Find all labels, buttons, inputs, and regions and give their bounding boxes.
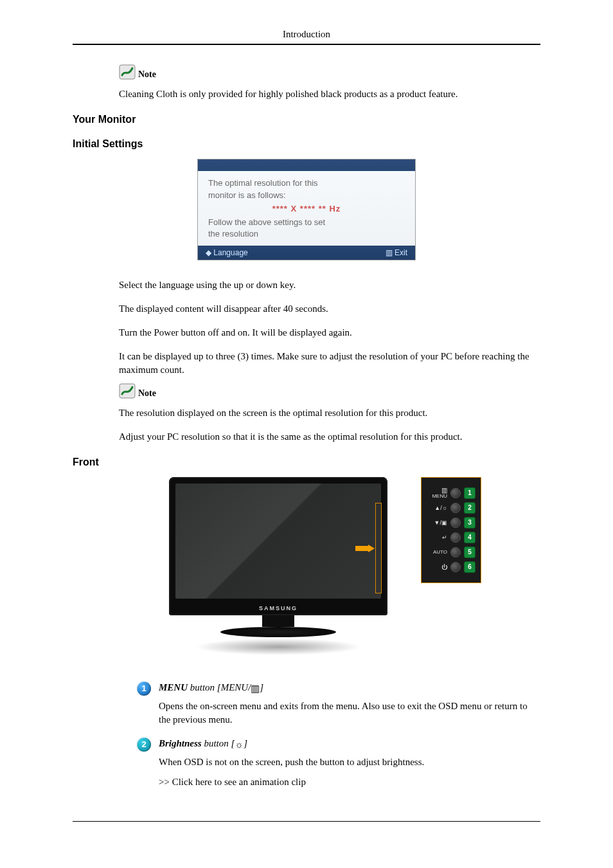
note-block-1: Note Cleaning Cloth is only provided for… bbox=[119, 64, 540, 101]
brightness-glyph-icon: ☼ bbox=[235, 739, 244, 750]
animation-clip-link[interactable]: >> Click here to see an animation clip bbox=[159, 775, 540, 789]
panel-label: ↵ bbox=[427, 535, 447, 541]
svg-marker-2 bbox=[355, 545, 375, 552]
document-page: Introduction Note Cleaning Cloth is only… bbox=[0, 0, 613, 854]
osd-exit-icon: ▥ bbox=[386, 248, 393, 257]
menu-glyph-icon: ▥ bbox=[251, 683, 260, 694]
paragraph: The displayed content will disappear aft… bbox=[119, 302, 540, 316]
list-item: 1 MENU button [MENU/▥] Opens the on-scre… bbox=[137, 681, 540, 733]
list-item-title: Brightness button [☼] bbox=[159, 738, 540, 750]
osd-titlebar bbox=[198, 159, 415, 171]
list-item-desc: Opens the on-screen menu and exits from … bbox=[159, 700, 540, 727]
panel-button bbox=[450, 562, 461, 572]
header-rule bbox=[73, 44, 540, 45]
panel-number-badge: 5 bbox=[464, 547, 475, 558]
list-item-title: MENU button [MENU/▥] bbox=[159, 682, 540, 694]
monitor-button-panel: ▥ MENU 1 ▲/☼ 2 ▼/▣ 3 ↵ 4 bbox=[421, 477, 481, 583]
osd-popup-figure: The optimal resolution for this monitor … bbox=[197, 159, 416, 260]
monitor-button-strip-highlight bbox=[375, 503, 382, 593]
panel-row-menu: ▥ MENU 1 bbox=[427, 487, 475, 499]
panel-row-power: ⏻ 6 bbox=[427, 561, 475, 573]
heading-initial-settings: Initial Settings bbox=[73, 138, 540, 150]
heading-your-monitor: Your Monitor bbox=[73, 114, 540, 125]
panel-number-badge: 2 bbox=[464, 502, 475, 514]
panel-number-badge: 4 bbox=[464, 532, 475, 543]
osd-resolution-placeholder: **** X **** ** Hz bbox=[208, 203, 405, 215]
front-button-list: 1 MENU button [MENU/▥] Opens the on-scre… bbox=[137, 681, 540, 795]
panel-label: AUTO bbox=[427, 550, 447, 555]
osd-line: The optimal resolution for this bbox=[208, 177, 405, 190]
heading-front: Front bbox=[73, 457, 540, 468]
osd-footer-language: ◆ Language bbox=[206, 248, 248, 257]
note-1-text: Cleaning Cloth is only provided for high… bbox=[119, 87, 540, 101]
panel-row-auto: AUTO 5 bbox=[427, 547, 475, 558]
panel-button bbox=[450, 503, 461, 513]
panel-label: ▼/▣ bbox=[427, 520, 447, 526]
panel-number-badge: 3 bbox=[464, 517, 475, 529]
paragraph: It can be displayed up to three (3) time… bbox=[119, 350, 540, 377]
panel-row-enter: ↵ 4 bbox=[427, 532, 475, 543]
note-icon bbox=[119, 383, 136, 399]
footer-rule bbox=[73, 821, 540, 822]
panel-button bbox=[450, 518, 461, 528]
note-label: Note bbox=[138, 388, 156, 399]
monitor-base bbox=[220, 627, 336, 637]
panel-label: ▥ MENU bbox=[427, 487, 447, 499]
list-number-badge: 2 bbox=[137, 737, 151, 752]
osd-footer-exit: ▥ Exit bbox=[386, 248, 407, 257]
monitor-bezel: SAMSUNG bbox=[169, 477, 387, 615]
panel-row-down: ▼/▣ 3 bbox=[427, 517, 475, 529]
monitor-neck bbox=[262, 615, 294, 627]
list-item-desc: When OSD is not on the screen, push the … bbox=[159, 755, 540, 769]
panel-number-badge: 6 bbox=[464, 561, 475, 573]
paragraph: Turn the Power button off and on. It wil… bbox=[119, 326, 540, 339]
monitor-screen bbox=[175, 484, 381, 599]
panel-row-up: ▲/☼ 2 bbox=[427, 502, 475, 514]
panel-button bbox=[450, 488, 461, 498]
osd-line: monitor is as follows: bbox=[208, 190, 405, 202]
list-number-badge: 1 bbox=[137, 682, 151, 696]
monitor-brand-logo: SAMSUNG bbox=[169, 605, 387, 611]
panel-label: ⏻ bbox=[427, 565, 447, 570]
panel-number-badge: 1 bbox=[464, 487, 475, 499]
panel-button bbox=[450, 532, 461, 543]
panel-button bbox=[450, 547, 461, 557]
paragraph: Adjust your PC resolution so that it is … bbox=[119, 430, 540, 444]
page-header-title: Introduction bbox=[73, 29, 540, 40]
paragraph: The resolution displayed on the screen i… bbox=[119, 406, 540, 420]
panel-label: ▲/☼ bbox=[427, 505, 447, 511]
monitor-front-figure: SAMSUNG ▥ MENU 1 bbox=[169, 477, 540, 655]
note-label: Note bbox=[138, 69, 156, 80]
osd-line: Follow the above settings to set bbox=[208, 217, 405, 229]
monitor-shadow bbox=[195, 638, 362, 655]
note-icon bbox=[119, 64, 136, 80]
paragraph: Select the language using the up or down… bbox=[119, 278, 540, 292]
callout-arrow-icon bbox=[355, 545, 375, 552]
list-item: 2 Brightness button [☼] When OSD is not … bbox=[137, 737, 540, 795]
initial-settings-body: Select the language using the up or down… bbox=[119, 278, 540, 444]
osd-line: the resolution bbox=[208, 228, 405, 240]
